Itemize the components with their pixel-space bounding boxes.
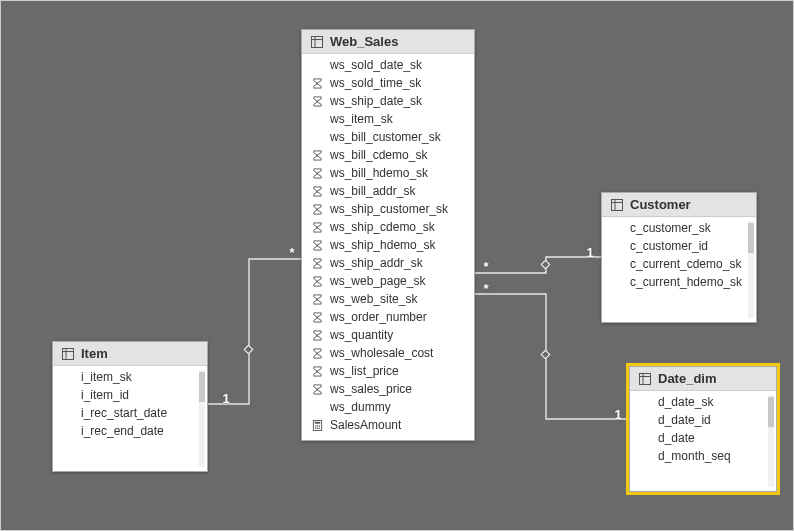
field-row[interactable]: c_customer_id [602,237,756,255]
cardinality-one: 1 [611,407,625,422]
table-customer[interactable]: Customer c_customer_sk c_customer_id c_c… [601,192,757,323]
svg-rect-17 [640,373,651,384]
scrollbar[interactable] [199,370,205,467]
table-header[interactable]: Customer [602,193,756,217]
table-date-dim[interactable]: Date_dim d_date_sk d_date_id d_date d_mo… [629,366,777,492]
field-row[interactable]: ws_bill_customer_sk [302,128,474,146]
field-name: ws_sold_date_sk [330,58,422,72]
field-row[interactable]: c_current_hdemo_sk [602,273,756,291]
relationship-node[interactable] [541,350,551,360]
cardinality-one: 1 [583,245,597,260]
field-row[interactable]: c_customer_sk [602,219,756,237]
svg-rect-14 [612,199,623,210]
field-name: ws_wholesale_cost [330,346,433,360]
sigma-icon [310,240,324,251]
field-row[interactable]: ws_ship_cdemo_sk [302,218,474,236]
field-name: ws_ship_hdemo_sk [330,238,435,252]
field-name: ws_web_page_sk [330,274,425,288]
sigma-icon [310,186,324,197]
field-row[interactable]: ws_order_number [302,308,474,326]
field-name: d_date [658,431,695,445]
table-title: Date_dim [658,371,717,386]
field-row[interactable]: ws_web_site_sk [302,290,474,308]
field-row[interactable]: ws_ship_customer_sk [302,200,474,218]
sigma-icon [310,258,324,269]
field-row[interactable]: ws_item_sk [302,110,474,128]
table-header[interactable]: Item [53,342,207,366]
field-name: ws_list_price [330,364,399,378]
field-name: c_customer_id [630,239,708,253]
svg-point-13 [318,427,319,428]
scrollbar-thumb[interactable] [768,397,774,427]
svg-rect-0 [63,348,74,359]
field-row[interactable]: ws_ship_date_sk [302,92,474,110]
scrollbar[interactable] [748,221,754,318]
field-row[interactable]: ws_sales_price [302,380,474,398]
field-row[interactable]: d_date [630,429,776,447]
relationship-node[interactable] [541,260,551,270]
sigma-icon [310,222,324,233]
svg-rect-7 [314,421,320,423]
field-row[interactable]: ws_web_page_sk [302,272,474,290]
field-row[interactable]: ws_wholesale_cost [302,344,474,362]
field-row[interactable]: ws_bill_addr_sk [302,182,474,200]
sigma-icon [310,276,324,287]
sigma-icon [310,168,324,179]
scrollbar[interactable] [768,395,774,487]
field-name: ws_dummy [330,400,391,414]
field-row[interactable]: SalesAmount [302,416,474,434]
table-icon [61,348,75,360]
field-row[interactable]: c_current_cdemo_sk [602,255,756,273]
field-name: ws_bill_addr_sk [330,184,415,198]
field-row[interactable]: ws_quantity [302,326,474,344]
field-row[interactable]: i_item_id [53,386,207,404]
field-row[interactable]: ws_bill_cdemo_sk [302,146,474,164]
sigma-icon [310,384,324,395]
field-name: ws_ship_addr_sk [330,256,423,270]
field-name: ws_sold_time_sk [330,76,421,90]
field-name: c_current_cdemo_sk [630,257,741,271]
field-row[interactable]: ws_sold_time_sk [302,74,474,92]
field-name: ws_bill_cdemo_sk [330,148,427,162]
sigma-icon [310,96,324,107]
field-name: ws_bill_hdemo_sk [330,166,428,180]
cardinality-many: * [479,281,493,296]
field-name: d_month_seq [658,449,731,463]
field-name: ws_bill_customer_sk [330,130,441,144]
table-item[interactable]: Item i_item_sk i_item_id i_rec_start_dat… [52,341,208,472]
field-row[interactable]: d_month_seq [630,447,776,465]
svg-point-11 [314,427,315,428]
scrollbar-thumb[interactable] [748,223,754,253]
field-row[interactable]: i_item_sk [53,368,207,386]
sigma-icon [310,366,324,377]
field-name: i_rec_start_date [81,406,167,420]
field-row[interactable]: ws_bill_hdemo_sk [302,164,474,182]
cardinality-many: * [285,245,299,260]
table-icon [638,373,652,385]
field-name: ws_quantity [330,328,393,342]
field-row[interactable]: d_date_id [630,411,776,429]
field-row[interactable]: ws_ship_addr_sk [302,254,474,272]
field-row[interactable]: ws_ship_hdemo_sk [302,236,474,254]
field-row[interactable]: d_date_sk [630,393,776,411]
table-body: d_date_sk d_date_id d_date d_month_seq [630,391,776,491]
svg-point-8 [314,425,315,426]
field-row[interactable]: ws_list_price [302,362,474,380]
scrollbar-thumb[interactable] [199,372,205,402]
sigma-icon [310,330,324,341]
table-header[interactable]: Date_dim [630,367,776,391]
field-row[interactable]: i_rec_end_date [53,422,207,440]
svg-point-12 [316,427,317,428]
table-web-sales[interactable]: Web_Sales ws_sold_date_skws_sold_time_sk… [301,29,475,441]
svg-rect-3 [312,36,323,47]
relationship-node[interactable] [244,345,254,355]
cardinality-many: * [479,259,493,274]
svg-point-9 [316,425,317,426]
table-header[interactable]: Web_Sales [302,30,474,54]
field-row[interactable]: ws_sold_date_sk [302,56,474,74]
table-title: Web_Sales [330,34,398,49]
field-name: d_date_sk [658,395,713,409]
field-row[interactable]: i_rec_start_date [53,404,207,422]
field-row[interactable]: ws_dummy [302,398,474,416]
cardinality-one: 1 [219,391,233,406]
